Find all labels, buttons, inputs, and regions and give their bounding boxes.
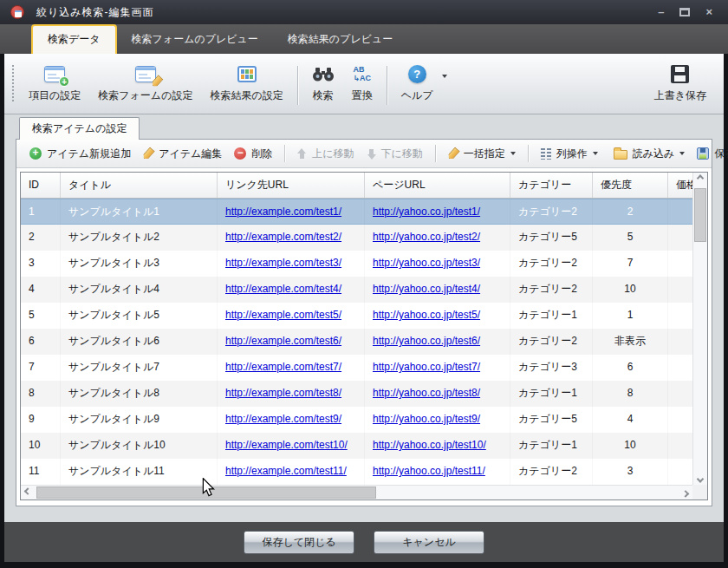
table-row[interactable]: 9 サンプルタイトル9 http://example.com/test9/ ht…: [21, 407, 692, 433]
column-ops-label: 列操作: [556, 147, 588, 161]
search-button[interactable]: 検索: [303, 57, 343, 114]
table-row[interactable]: 2 サンプルタイトル2 http://example.com/test2/ ht…: [21, 225, 692, 251]
move-down-label: 下に移動: [381, 147, 423, 161]
cancel-button[interactable]: キャンセル: [374, 531, 484, 554]
table-row[interactable]: 5 サンプルタイトル5 http://example.com/test5/ ht…: [21, 303, 692, 329]
cell-category: カテゴリー3: [510, 355, 593, 381]
page-url[interactable]: http://yahoo.co.jp/test6/: [373, 335, 480, 347]
vertical-scroll-thumb[interactable]: [694, 188, 706, 242]
scroll-down-button[interactable]: [693, 471, 707, 485]
tab-form-preview[interactable]: 検索フォームのプレビュー: [117, 25, 273, 54]
cell-id: 10: [21, 433, 61, 459]
page-url[interactable]: http://yahoo.co.jp/test4/: [373, 283, 480, 295]
cell-id: 8: [21, 381, 61, 407]
header-link-url[interactable]: リンク先URL: [218, 173, 365, 198]
header-id[interactable]: ID: [21, 173, 61, 198]
cell-category: カテゴリー2: [510, 459, 593, 485]
bulk-assign-button[interactable]: 一括指定: [444, 144, 520, 164]
link-url[interactable]: http://example.com/test5/: [225, 309, 341, 321]
link-url[interactable]: http://example.com/test8/: [225, 387, 341, 399]
page-url[interactable]: http://yahoo.co.jp/test2/: [373, 231, 480, 243]
move-up-button[interactable]: 上に移動: [293, 144, 358, 164]
header-price[interactable]: 価格: [668, 173, 692, 198]
maximize-button-icon[interactable]: [679, 8, 690, 16]
link-url[interactable]: http://example.com/test10/: [225, 439, 348, 451]
horizontal-scrollbar[interactable]: [21, 485, 692, 499]
move-down-button[interactable]: 下に移動: [362, 144, 427, 164]
minimize-button-icon[interactable]: –: [658, 6, 664, 18]
header-priority[interactable]: 優先度: [593, 173, 668, 198]
save-list-button[interactable]: 保存: [692, 144, 728, 164]
cell-category: カテゴリー5: [510, 407, 593, 433]
save-small-icon: [697, 147, 709, 160]
tab-result-preview[interactable]: 検索結果のプレビュー: [273, 25, 407, 54]
cell-priority: 1: [593, 303, 668, 329]
table-row[interactable]: 3 サンプルタイトル3 http://example.com/test3/ ht…: [21, 251, 692, 277]
link-url[interactable]: http://example.com/test2/: [225, 231, 341, 243]
scroll-left-button[interactable]: [21, 486, 35, 499]
table-row[interactable]: 11 サンプルタイトル11 http://example.com/test11/…: [21, 459, 692, 485]
link-url[interactable]: http://example.com/test1/: [225, 206, 341, 218]
link-url[interactable]: http://example.com/test11/: [225, 465, 347, 477]
toolbar-grip: [11, 64, 15, 103]
cell-price: [668, 355, 692, 381]
page-url[interactable]: http://yahoo.co.jp/test8/: [373, 387, 480, 399]
table-row[interactable]: 7 サンプルタイトル7 http://example.com/test7/ ht…: [21, 355, 692, 381]
page-url[interactable]: http://yahoo.co.jp/test9/: [373, 413, 480, 425]
header-category[interactable]: カテゴリー: [510, 173, 593, 198]
scroll-up-button[interactable]: [693, 173, 707, 186]
horizontal-scroll-thumb[interactable]: [36, 486, 376, 499]
table-row[interactable]: 6 サンプルタイトル6 http://example.com/test6/ ht…: [21, 329, 692, 355]
cell-title: サンプルタイトル7: [61, 355, 218, 381]
link-url[interactable]: http://example.com/test4/: [225, 283, 341, 295]
cell-priority: 非表示: [593, 329, 668, 355]
toolbar-separator: [435, 145, 436, 162]
load-button[interactable]: 読み込み: [609, 144, 690, 164]
page-url[interactable]: http://yahoo.co.jp/test10/: [373, 439, 486, 451]
link-url[interactable]: http://example.com/test7/: [225, 361, 341, 373]
page-url[interactable]: http://yahoo.co.jp/test7/: [373, 361, 480, 373]
column-ops-button[interactable]: 列操作: [536, 144, 602, 164]
link-url[interactable]: http://example.com/test3/: [225, 257, 341, 269]
add-item-button[interactable]: + アイテム新規追加: [25, 144, 135, 164]
page-url[interactable]: http://yahoo.co.jp/test5/: [373, 309, 480, 321]
cell-price: [668, 407, 692, 433]
cell-category: カテゴリー1: [510, 433, 593, 459]
table-row[interactable]: 10 サンプルタイトル10 http://example.com/test10/…: [21, 433, 692, 459]
search-label: 検索: [313, 88, 334, 103]
save-overwrite-button[interactable]: 上書き保存: [646, 57, 715, 114]
cell-title: サンプルタイトル11: [61, 459, 218, 485]
columns-icon: [541, 148, 551, 160]
table-row[interactable]: 1 サンプルタイトル1 http://example.com/test1/ ht…: [21, 199, 692, 225]
tab-search-items-settings[interactable]: 検索アイテムの設定: [19, 117, 140, 140]
link-url[interactable]: http://example.com/test9/: [225, 413, 341, 425]
cell-title: サンプルタイトル9: [61, 407, 218, 433]
delete-item-button[interactable]: − 削除: [230, 144, 276, 164]
form-settings-button[interactable]: 検索フォームの設定: [89, 57, 201, 114]
table-row[interactable]: 4 サンプルタイトル4 http://example.com/test4/ ht…: [21, 277, 692, 303]
replace-button[interactable]: AB↳AC 置換: [343, 57, 381, 114]
edit-item-button[interactable]: アイテム編集: [139, 144, 226, 164]
result-settings-button[interactable]: 検索結果の設定: [201, 57, 291, 114]
save-and-close-button[interactable]: 保存して閉じる: [244, 531, 354, 554]
items-settings-button[interactable]: + 項目の設定: [20, 57, 89, 114]
tab-search-data[interactable]: 検索データ: [31, 24, 117, 54]
footer-bar: 保存して閉じる キャンセル: [4, 522, 724, 562]
header-page-url[interactable]: ページURL: [365, 173, 510, 198]
table-row[interactable]: 8 サンプルタイトル8 http://example.com/test8/ ht…: [21, 381, 692, 407]
page-url[interactable]: http://yahoo.co.jp/test11/: [373, 465, 485, 477]
close-button-icon[interactable]: ×: [705, 6, 712, 18]
page-url[interactable]: http://yahoo.co.jp/test1/: [373, 206, 480, 218]
scroll-right-button[interactable]: [679, 486, 692, 499]
binoculars-icon: [312, 67, 335, 82]
link-url[interactable]: http://example.com/test6/: [225, 335, 341, 347]
vertical-scrollbar[interactable]: [692, 173, 707, 485]
columns-dropdown-icon: [593, 152, 598, 155]
cell-id: 1: [21, 199, 61, 224]
toolbar-separator: [387, 66, 387, 105]
page-url[interactable]: http://yahoo.co.jp/test3/: [373, 257, 480, 269]
replace-label: 置換: [352, 88, 373, 103]
add-item-label: アイテム新規追加: [47, 147, 131, 161]
help-button[interactable]: ? ヘルプ: [393, 57, 442, 105]
header-title[interactable]: タイトル: [61, 173, 218, 198]
